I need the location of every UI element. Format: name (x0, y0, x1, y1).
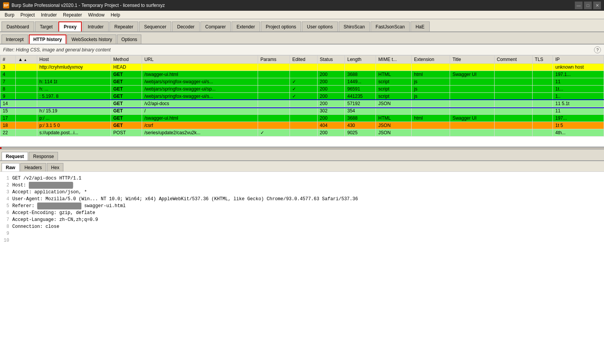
filter-text: Filter: Hiding CSS, image and general bi… (3, 47, 111, 53)
cell-5 (258, 78, 290, 86)
line-content: Accept: application/json, * (12, 189, 87, 196)
col-header-title[interactable]: Title (450, 56, 494, 64)
filter-help-button[interactable]: ? (594, 46, 601, 53)
cell-7: 404 (317, 122, 345, 129)
cell-12 (494, 78, 532, 86)
main-tab-proxy[interactable]: Proxy (58, 21, 82, 31)
cell-5 (258, 122, 290, 129)
table-row[interactable]: 9: 5.197. 8GET/webjars/springfox-swagger… (0, 93, 604, 100)
cell-9: JSON (376, 122, 412, 129)
maximize-button[interactable]: □ (584, 2, 592, 9)
col-header-tls[interactable]: TLS (532, 56, 553, 64)
cell-0: 3 (0, 64, 16, 71)
sub-tab-intercept[interactable]: Intercept (2, 35, 28, 44)
sub-tab-websockets-history[interactable]: WebSockets history (67, 35, 116, 44)
request-code-area: 1GET /v2/api-docs HTTP/1.12Host: ███████… (0, 172, 604, 364)
cell-4: /webjars/springfox-swagger-ui/sp... (142, 86, 258, 93)
table-row[interactable]: 15h:/ 15.19GET/30235411 (0, 107, 604, 115)
col-header-host[interactable]: Host (37, 56, 111, 64)
col-header-status[interactable]: Status (317, 56, 345, 64)
cell-0: 18 (0, 122, 16, 129)
req-tab-request[interactable]: Request (2, 152, 28, 160)
main-tab-user-options[interactable]: User options (302, 21, 338, 31)
main-tab-project-options[interactable]: Project options (261, 21, 301, 31)
cell-7 (317, 64, 345, 71)
cell-3: GET (111, 93, 142, 100)
cell-4: /swagger-ui.html (142, 115, 258, 122)
table-row[interactable]: 22s://update.post...i...POST/series/upda… (0, 129, 604, 137)
table-row[interactable]: 3http://cryhmludyxmoyHEADunknown host (0, 64, 604, 71)
raw-tab-headers[interactable]: Headers (20, 163, 46, 171)
col-header-extension[interactable]: Extension (412, 56, 450, 64)
window-controls[interactable]: — □ ✕ (575, 2, 601, 9)
main-tab-fastjsonscan[interactable]: FastJsonScan (371, 21, 410, 31)
cell-7: 200 (317, 129, 345, 137)
cell-2: http://cryhmludyxmoy (37, 64, 111, 71)
cell-14: 11 5.1t (553, 100, 604, 107)
col-header-comment[interactable]: Comment (494, 56, 532, 64)
main-tab-repeater[interactable]: Repeater (109, 21, 138, 31)
code-line: 7Accept-Language: zh-CN,zh;q=0.9 (3, 216, 601, 223)
cell-5 (258, 64, 290, 71)
line-content: GET /v2/api-docs HTTP/1.1 (12, 175, 81, 182)
http-history-table-area[interactable]: #▲HostMethodURLParamsEditedStatusLengthM… (0, 55, 604, 147)
menu-item-burp[interactable]: Burp (2, 12, 17, 18)
menu-item-project[interactable]: Project (17, 12, 38, 18)
raw-tab-hex[interactable]: Hex (47, 163, 63, 171)
table-row[interactable]: 7h: 114 1tGET/webjars/springfox-swagger-… (0, 78, 604, 86)
main-tab-intruder[interactable]: Intruder (83, 21, 108, 31)
table-row[interactable]: 4GET/swagger-ui.html2003688HTMLhtmlSwagg… (0, 71, 604, 78)
menu-item-window[interactable]: Window (85, 12, 108, 18)
main-tab-target[interactable]: Target (35, 21, 58, 31)
col-header--[interactable]: # (0, 56, 16, 64)
col-header-mime-t---[interactable]: MIME t... (376, 56, 412, 64)
menu-item-intruder[interactable]: Intruder (38, 12, 60, 18)
line-number: 8 (3, 223, 9, 230)
cell-9 (376, 107, 412, 115)
minimize-button[interactable]: — (575, 2, 582, 9)
col-header-ip[interactable]: IP (553, 56, 604, 64)
col-header-params[interactable]: Params (258, 56, 290, 64)
cell-12 (494, 71, 532, 78)
main-tab-comparer[interactable]: Comparer (200, 21, 231, 31)
cell-11 (450, 64, 494, 71)
code-line: 2Host: ████████████████ (3, 182, 601, 189)
cell-12 (494, 122, 532, 129)
cell-11 (450, 78, 494, 86)
cell-8: 57192 (345, 100, 376, 107)
close-button[interactable]: ✕ (593, 2, 601, 9)
col-header-length[interactable]: Length (345, 56, 376, 64)
col-header-method[interactable]: Method (111, 56, 142, 64)
main-tab-decoder[interactable]: Decoder (172, 21, 199, 31)
raw-tab-raw[interactable]: Raw (2, 163, 20, 171)
app-icon: BP (3, 2, 9, 8)
cell-2: h: ... (37, 86, 111, 93)
main-tab-extender[interactable]: Extender (232, 21, 260, 31)
table-row[interactable]: 8h: ...GET/webjars/springfox-swagger-ui/… (0, 86, 604, 93)
menu-item-repeater[interactable]: Repeater (60, 12, 85, 18)
table-row[interactable]: 17p:/ ...GET/swagger-ui.html2003688HTMLh… (0, 115, 604, 122)
bottom-panel: RequestResponse RawHeadersHex 1GET /v2/a… (0, 150, 604, 364)
main-tab-dashboard[interactable]: Dashboard (2, 21, 34, 31)
sub-tab-http-history[interactable]: HTTP history (29, 35, 66, 44)
table-row[interactable]: 18p:/ 3.1 5 0GET/csrf404430JSON1t 5 (0, 122, 604, 129)
main-tab-shiroscan[interactable]: ShiroScan (339, 21, 370, 31)
menu-item-help[interactable]: Help (108, 12, 123, 18)
main-tab-hae[interactable]: HaE (410, 21, 429, 31)
sub-tab-options[interactable]: Options (117, 35, 141, 44)
cell-8: 3688 (345, 115, 376, 122)
cell-3: HEAD (111, 64, 142, 71)
cell-10 (412, 100, 450, 107)
col-header-edited[interactable]: Edited (290, 56, 318, 64)
blurred-value: ████████████████ (37, 203, 81, 209)
table-row[interactable]: 14GET/v2/api-docs20057192JSON11 5.1t (0, 100, 604, 107)
line-number: 10 (3, 237, 9, 244)
col-header--[interactable]: ▲ (16, 56, 37, 64)
cell-6 (290, 64, 318, 71)
main-tab-sequencer[interactable]: Sequencer (139, 21, 171, 31)
blurred-value: ████████████████ (29, 182, 73, 189)
col-header-url[interactable]: URL (142, 56, 258, 64)
cell-14: 11 (553, 78, 604, 86)
req-tab-response[interactable]: Response (29, 152, 58, 160)
cell-10: html (412, 71, 450, 78)
